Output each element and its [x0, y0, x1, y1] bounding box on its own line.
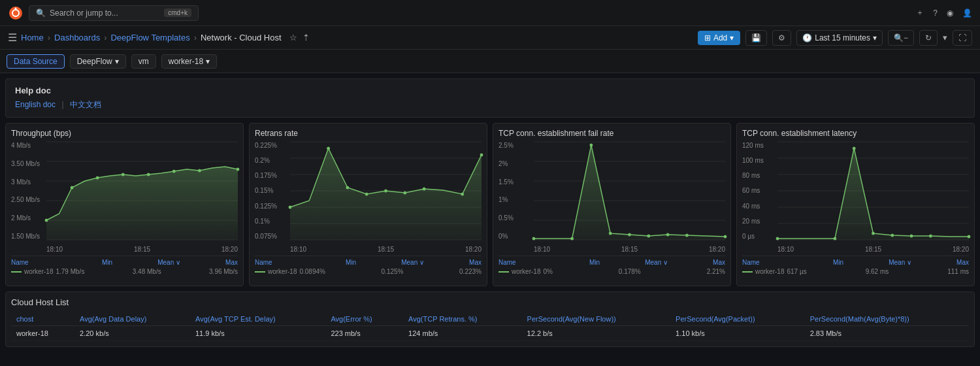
- data-source-filter[interactable]: Data Source: [7, 54, 65, 69]
- vm-filter[interactable]: vm: [131, 54, 156, 69]
- col-persecond-new-flow: PerSecond(Avg(New Flow)): [522, 312, 671, 326]
- save-button[interactable]: 💾: [745, 30, 767, 46]
- chart-tcp-latency-legend: Name Min Mean ∨ Max worker-18 617 µs 9.6…: [742, 256, 969, 275]
- svg-point-48: [666, 233, 670, 237]
- hamburger-icon[interactable]: ☰: [8, 31, 17, 44]
- grafana-logo: [8, 5, 24, 21]
- col-avg-error: Avg(Error %): [325, 312, 403, 326]
- svg-point-27: [327, 147, 330, 150]
- svg-point-10: [45, 219, 48, 222]
- col-avg-tcp-est-delay: Avg(Avg TCP Est. Delay): [190, 312, 325, 326]
- refresh-button[interactable]: ↻: [919, 30, 938, 46]
- svg-point-30: [384, 190, 387, 193]
- svg-point-47: [647, 235, 650, 238]
- svg-point-64: [910, 235, 913, 238]
- chart-tcp-latency-xaxis: 18:1018:1518:20: [777, 246, 969, 253]
- help-panel: Help doc English doc | 中文文档: [5, 78, 975, 118]
- legend-values-4: 617 µs 9.62 ms 111 ms: [787, 268, 969, 275]
- breadcrumb-dashboards[interactable]: Dashboards: [54, 33, 100, 42]
- chart-throughput-legend: Name Min Mean ∨ Max worker-18 1.79 Mb/s …: [11, 256, 238, 275]
- svg-point-29: [365, 193, 368, 196]
- chart-tcp-latency-svg: [777, 142, 969, 240]
- settings-button[interactable]: ⚙: [772, 30, 791, 46]
- star-icon[interactable]: ☆: [289, 33, 297, 42]
- breadcrumb-right: ⊞ Add ▾ 💾 ⚙ 🕐 Last 15 minutes ▾ 🔍− ↻ ▾ ⛶: [698, 30, 972, 46]
- svg-point-14: [147, 173, 150, 176]
- col-avg-tcp-retrans: Avg(TCP Retrans. %): [403, 312, 521, 326]
- chart-retrans: Retrans rate 0.225% 0.2% 0.175% 0.15% 0.…: [249, 123, 487, 286]
- chart-retrans-area: 0.225% 0.2% 0.175% 0.15% 0.125% 0.1% 0.0…: [255, 142, 482, 253]
- legend-values-3: 0% 0.178% 2.21%: [543, 268, 725, 275]
- user-avatar[interactable]: 👤: [962, 8, 972, 18]
- svg-point-46: [628, 233, 631, 237]
- svg-point-26: [289, 206, 292, 209]
- breadcrumb-sep3: ›: [194, 33, 197, 42]
- chart-retrans-xaxis: 18:1018:1518:20: [290, 246, 482, 253]
- worker-chevron: ▾: [206, 57, 210, 66]
- legend-values-1: 1.79 Mb/s 3.48 Mb/s 3.96 Mb/s: [56, 268, 238, 275]
- add-icon: ⊞: [704, 33, 711, 42]
- svg-point-61: [853, 147, 856, 150]
- legend-values-2: 0.0894% 0.125% 0.223%: [299, 268, 482, 275]
- top-navbar: 🔍 Search or jump to... cmd+k ＋ ? ◉ 👤: [0, 0, 980, 26]
- breadcrumb-deepflow[interactable]: DeepFlow Templates: [110, 33, 189, 42]
- deepflow-chevron: ▾: [115, 57, 119, 66]
- rss-icon[interactable]: ◉: [947, 8, 953, 18]
- chart-tcp-fail-area: 2.5% 2% 1.5% 1% 0.5% 0%: [498, 142, 725, 253]
- cell-avg-data-delay: 2.20 kb/s: [74, 326, 190, 341]
- svg-marker-9: [46, 167, 238, 240]
- chart-tcp-latency-title: TCP conn. establishment latency: [742, 129, 969, 138]
- english-doc-link[interactable]: English doc: [15, 100, 56, 109]
- svg-point-31: [403, 191, 406, 195]
- svg-point-44: [589, 144, 593, 147]
- svg-marker-41: [534, 145, 725, 240]
- svg-point-16: [198, 169, 201, 173]
- cloud-host-table-title: Cloud Host List: [11, 297, 969, 307]
- share-icon[interactable]: ⇡: [302, 33, 310, 42]
- legend-line-3: [498, 271, 509, 273]
- legend-line-4: [742, 271, 753, 273]
- search-bar[interactable]: 🔍 Search or jump to... cmd+k: [29, 5, 199, 21]
- breadcrumb-bar: ☰ Home › Dashboards › DeepFlow Templates…: [0, 26, 980, 50]
- cell-avg-tcp-retrans: 124 mb/s: [403, 326, 521, 341]
- svg-point-33: [461, 193, 464, 196]
- worker-filter[interactable]: worker-18 ▾: [161, 54, 217, 69]
- breadcrumb-current: Network - Cloud Host: [201, 33, 282, 42]
- clock-icon: 🕐: [802, 33, 812, 42]
- chart-tcp-fail-legend: Name Min Mean ∨ Max worker-18 0% 0.178% …: [498, 256, 725, 275]
- add-button[interactable]: ⊞ Add ▾: [698, 31, 740, 45]
- deepflow-filter[interactable]: DeepFlow ▾: [70, 54, 126, 69]
- zoom-out-button[interactable]: 🔍−: [888, 30, 914, 46]
- deepflow-label: DeepFlow: [77, 57, 112, 66]
- breadcrumb-sep1: ›: [48, 33, 50, 42]
- fullscreen-button[interactable]: ⛶: [953, 30, 972, 46]
- plus-icon[interactable]: ＋: [916, 7, 924, 18]
- help-icon[interactable]: ?: [933, 8, 938, 18]
- search-shortcut: cmd+k: [164, 8, 191, 17]
- chart-retrans-title: Retrans rate: [255, 129, 482, 138]
- chart-tcp-fail-yaxis: 2.5% 2% 1.5% 1% 0.5% 0%: [498, 142, 532, 240]
- legend-name-1: worker-18: [24, 268, 53, 275]
- svg-point-60: [833, 237, 836, 241]
- navbar-left: 🔍 Search or jump to... cmd+k: [8, 5, 199, 21]
- legend-name-2: worker-18: [268, 268, 297, 275]
- col-persecond-byte: PerSecond(Math(Avg(Byte)*8)): [805, 312, 969, 326]
- svg-point-63: [890, 234, 894, 237]
- svg-point-32: [423, 188, 426, 191]
- chart-throughput-yaxis: 4 Mb/s 3.50 Mb/s 3 Mb/s 2.50 Mb/s 2 Mb/s…: [11, 142, 45, 240]
- chart-retrans-yaxis: 0.225% 0.2% 0.175% 0.15% 0.125% 0.1% 0.0…: [255, 142, 289, 240]
- time-range-picker[interactable]: 🕐 Last 15 minutes ▾: [796, 30, 883, 46]
- svg-marker-25: [290, 148, 482, 240]
- breadcrumb-icons: ☆ ⇡: [289, 33, 310, 42]
- breadcrumb-home[interactable]: Home: [21, 33, 44, 42]
- doc-divider: |: [61, 100, 63, 109]
- data-source-label: Data Source: [14, 57, 57, 66]
- breadcrumb-sep2: ›: [104, 33, 106, 42]
- cell-persecond-new-flow: 12.2 b/s: [522, 326, 671, 341]
- filter-bar: Data Source DeepFlow ▾ vm worker-18 ▾: [0, 50, 980, 73]
- search-icon: 🔍: [36, 8, 46, 18]
- col-persecond-packet: PerSecond(Avg(Packet)): [670, 312, 805, 326]
- chinese-doc-link[interactable]: 中文文档: [70, 100, 101, 109]
- refresh-chevron[interactable]: ▾: [943, 33, 947, 42]
- svg-point-2: [15, 7, 17, 9]
